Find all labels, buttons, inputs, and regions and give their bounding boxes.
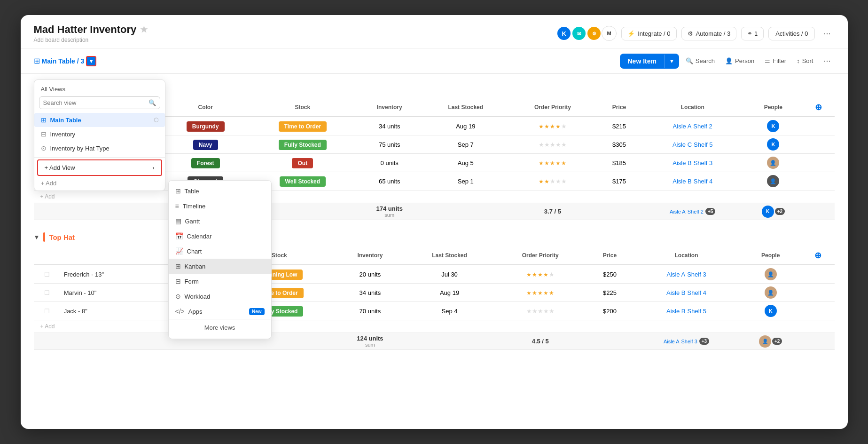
board-desc[interactable]: Add board description (34, 37, 148, 43)
submenu-workload-left: ⊙ Workload (175, 293, 211, 300)
filter-button[interactable]: ⚌ Filter (761, 55, 790, 67)
row2-price2: $225 (586, 284, 633, 302)
group-2-table: Color Stock Inventory Last Stocked Order… (34, 246, 835, 350)
toolbar-left: ⊞ Main Table / 3 ▼ (34, 56, 97, 66)
row2-check2[interactable]: ☐ (34, 284, 60, 302)
members-button[interactable]: ⚭ 1 (741, 27, 764, 40)
submenu-form[interactable]: ⊟ Form (169, 274, 271, 289)
col2-last-stocked: Last Stocked (405, 246, 494, 265)
submenu-calendar[interactable]: 📅 Calendar (169, 229, 271, 244)
col-order-priority: Order Priority (508, 98, 597, 117)
row-inventory: 0 units (356, 154, 423, 172)
row2-priority3: ★★★★★ (494, 302, 586, 320)
search-button[interactable]: 🔍 Search (682, 55, 719, 67)
row2-inventory: 20 units (335, 265, 405, 284)
row2-check3[interactable]: ☐ (34, 302, 60, 320)
row-last-stocked: Sep 1 (423, 172, 508, 190)
row2-people: 👤 (740, 265, 801, 284)
submenu-form-label: Form (185, 278, 199, 285)
integrate-button[interactable]: ⚡ Integrate / 0 (621, 27, 676, 40)
row-stock: Out (249, 154, 356, 172)
view-item-main-table[interactable]: ⊞ Main Table ⬡ (34, 113, 165, 127)
new-item-button[interactable]: New Item ▼ (620, 54, 679, 69)
add-view-label: + Add View (45, 164, 75, 171)
group-2: ▼ Top Hat Color Stock Inventory Last Sto… (34, 230, 835, 350)
row-price: $305 (597, 135, 641, 154)
table-icon: ⊞ (34, 56, 40, 65)
more-views-button[interactable]: More views (169, 319, 271, 336)
view-item-inventory[interactable]: ⊟ Inventory (34, 127, 165, 141)
table-row-2-2: ☐ Marvin - 10" Black Time to Order 34 un… (34, 284, 835, 302)
row2-check[interactable]: ☐ (34, 265, 60, 284)
row2-price: $250 (586, 265, 633, 284)
col-add[interactable]: ⊕ (803, 98, 834, 117)
row-price: $175 (597, 172, 641, 190)
submenu-apps[interactable]: </> Apps New (169, 304, 271, 319)
view-inventory-left: ⊟ Inventory (41, 130, 75, 138)
table-dropdown-button[interactable]: ▼ (86, 56, 96, 66)
toolbar-right: New Item ▼ 🔍 Search 👤 Person ⚌ Filter ↕ … (620, 53, 834, 69)
summary2-inventory: 124 units sum (335, 333, 405, 350)
members-label: ⚭ 1 (747, 30, 758, 37)
table-header-row-2: Color Stock Inventory Last Stocked Order… (34, 246, 835, 265)
search-icon: 🔍 (686, 57, 693, 64)
submenu-workload[interactable]: ⊙ Workload (169, 289, 271, 304)
submenu-chart-label: Chart (187, 248, 202, 255)
submenu-timeline-left: ≡ Timeline (175, 202, 206, 210)
summary-empty7 (803, 203, 834, 220)
automate-button[interactable]: ⚙ Automate / 3 (681, 27, 737, 40)
submenu-chart[interactable]: 📈 Chart (169, 244, 271, 259)
view-item-left: ⊞ Main Table (41, 116, 81, 124)
submenu-apps-label: Apps (188, 308, 203, 315)
submenu-table-icon: ⊞ (175, 187, 181, 195)
col2-add[interactable]: ⊕ (801, 246, 834, 265)
header-more-button[interactable]: ··· (820, 26, 834, 41)
search-label: Search (696, 57, 715, 64)
automate-label: Automate / 3 (696, 30, 731, 37)
star-icon[interactable]: ★ (140, 24, 148, 35)
activities-button[interactable]: Activities / 0 (768, 27, 815, 40)
table-name-label: Main Table (42, 57, 75, 65)
row-add (803, 117, 834, 135)
group-toggle-2[interactable]: ▼ (34, 234, 40, 241)
row2-inventory3: 70 units (335, 302, 405, 320)
main-table-view-label: Main Table (50, 117, 81, 124)
row2-last-stocked3: Sep 4 (405, 302, 494, 320)
new-item-label: New Item (620, 54, 664, 69)
search-view-input[interactable] (43, 99, 149, 106)
add-item-cell-2[interactable]: + Add (34, 320, 835, 333)
person-button[interactable]: 👤 Person (721, 55, 758, 67)
add-view-button[interactable]: + Add View › (37, 159, 162, 176)
summary-row-1: 174 units sum 3.7 / 5 Aisle A (34, 203, 835, 220)
new-item-arrow-icon[interactable]: ▼ (664, 55, 679, 68)
col2-inventory: Inventory (335, 246, 405, 265)
inventory-hat-label: Inventory by Hat Type (50, 145, 109, 152)
submenu-kanban[interactable]: ⊞ Kanban (169, 259, 271, 274)
row2-price3: $200 (586, 302, 633, 320)
submenu-table[interactable]: ⊞ Table (169, 183, 271, 198)
summary2-people: 👤 +2 (740, 333, 801, 350)
add-item-row-1[interactable]: + Add (34, 190, 835, 203)
submenu-gantt[interactable]: ▤ Gantt (169, 214, 271, 229)
avatar-teal: ✉ (571, 26, 586, 41)
summary2-empty7 (801, 333, 834, 350)
add-item-cell[interactable]: + Add (34, 190, 835, 203)
add-item-link[interactable]: + Add (34, 178, 165, 189)
add-item-row-2[interactable]: + Add (34, 320, 835, 333)
row2-location2: Aisle B Shelf 4 (633, 284, 740, 302)
row2-name2: Marvin - 10" (60, 284, 156, 302)
row-people: 👤 (744, 154, 803, 172)
row-stock: Time to Order (249, 117, 356, 135)
toolbar-more-button[interactable]: ··· (820, 53, 834, 69)
row-price: $185 (597, 154, 641, 172)
view-item-inventory-hat[interactable]: ⊙ Inventory by Hat Type (34, 141, 165, 155)
summary-rating: 3.7 / 5 (508, 203, 597, 220)
main-table-button[interactable]: Main Table / 3 (42, 57, 85, 65)
sort-label: Sort (802, 57, 813, 64)
summary2-empty5 (405, 333, 494, 350)
summary2-location: Aisle A Shelf 3 +3 (633, 333, 740, 350)
row-add (803, 135, 834, 154)
row2-add2 (801, 284, 834, 302)
submenu-timeline[interactable]: ≡ Timeline (169, 198, 271, 214)
sort-button[interactable]: ↕ Sort (793, 55, 817, 67)
